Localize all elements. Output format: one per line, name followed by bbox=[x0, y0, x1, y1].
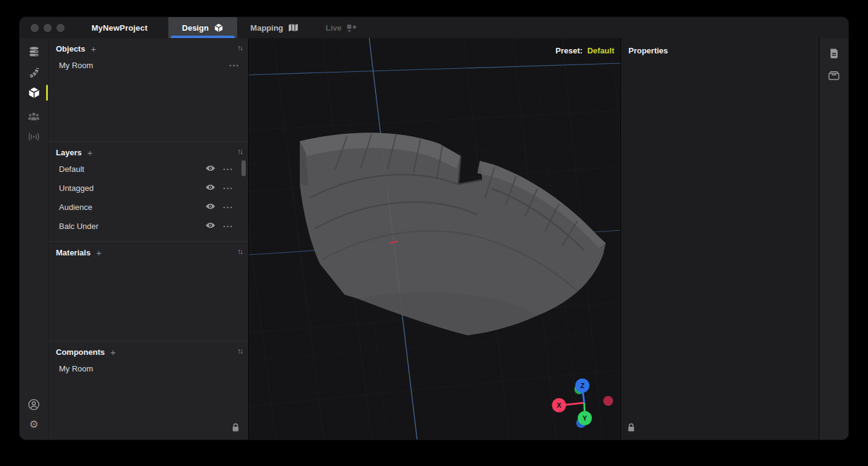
layer-row[interactable]: Untagged ··· bbox=[49, 179, 248, 198]
tab-bar: Design Mapping bbox=[168, 17, 370, 38]
curve-truss-icon[interactable] bbox=[20, 62, 48, 82]
materials-title: Materials bbox=[56, 248, 90, 257]
gizmo-y-label: Y bbox=[582, 414, 587, 422]
cube-icon[interactable] bbox=[20, 82, 48, 103]
materials-section: Materials + ↑↓ bbox=[49, 242, 248, 341]
tab-design[interactable]: Design bbox=[168, 17, 237, 38]
room-model[interactable] bbox=[300, 133, 606, 335]
gizmo-x-label: X bbox=[557, 402, 561, 409]
map-icon bbox=[288, 23, 299, 32]
add-material-button[interactable]: + bbox=[96, 248, 101, 257]
minimize-button[interactable] bbox=[44, 24, 52, 32]
tab-mapping-label: Mapping bbox=[251, 23, 283, 33]
materials-list bbox=[49, 258, 248, 260]
sort-components-icon[interactable]: ↑↓ bbox=[237, 347, 242, 355]
right-toolbar bbox=[819, 38, 848, 440]
objects-title: Objects bbox=[56, 44, 85, 53]
live-icon bbox=[346, 24, 357, 32]
more-options-icon[interactable]: ··· bbox=[223, 203, 233, 212]
layers-section: Layers + ↑↓ Default bbox=[49, 142, 248, 242]
visibility-eye-icon[interactable] bbox=[205, 222, 216, 231]
properties-panel: Properties bbox=[620, 38, 819, 440]
gizmo-z-label: Z bbox=[581, 382, 585, 389]
objects-list: My Room ··· bbox=[49, 55, 248, 75]
group-icon[interactable] bbox=[20, 106, 48, 126]
tab-design-label: Design bbox=[182, 23, 208, 33]
titlebar: MyNewProject Design Mapping bbox=[20, 17, 848, 38]
visibility-eye-icon[interactable] bbox=[205, 165, 216, 174]
lock-icon[interactable] bbox=[627, 423, 635, 435]
tab-live-label: Live bbox=[326, 23, 342, 33]
more-options-icon[interactable]: ··· bbox=[229, 61, 240, 70]
layers-scrollbar[interactable] bbox=[241, 160, 246, 176]
preset-value: Default bbox=[587, 46, 614, 55]
account-icon[interactable] bbox=[20, 394, 48, 414]
drawer-icon[interactable] bbox=[828, 71, 840, 83]
stack-icon[interactable] bbox=[20, 42, 48, 62]
traffic-lights bbox=[20, 17, 65, 38]
add-component-button[interactable]: + bbox=[110, 348, 115, 357]
preset-indicator[interactable]: Preset: Default bbox=[555, 46, 614, 55]
tab-mapping[interactable]: Mapping bbox=[237, 17, 312, 38]
add-object-button[interactable]: + bbox=[91, 44, 96, 53]
sort-layers-icon[interactable]: ↑↓ bbox=[237, 147, 242, 156]
more-options-icon[interactable]: ··· bbox=[223, 222, 233, 231]
document-icon[interactable] bbox=[829, 48, 839, 62]
objects-section: Objects + ↑↓ My Room ··· bbox=[49, 38, 248, 142]
components-title: Components bbox=[56, 348, 104, 357]
visibility-eye-icon[interactable] bbox=[205, 203, 216, 212]
components-section: Components + ↑↓ My Room bbox=[49, 341, 248, 440]
cube-icon bbox=[214, 23, 224, 33]
more-options-icon[interactable]: ··· bbox=[223, 184, 233, 193]
layer-row[interactable]: Default ··· bbox=[49, 160, 248, 179]
add-layer-button[interactable]: + bbox=[87, 148, 93, 157]
close-button[interactable] bbox=[31, 24, 39, 32]
settings-icon[interactable]: ⚙ bbox=[20, 414, 48, 435]
app-window: MyNewProject Design Mapping bbox=[20, 17, 848, 440]
orientation-gizmo[interactable]: X Z Y bbox=[552, 379, 614, 429]
zoom-button[interactable] bbox=[57, 24, 65, 32]
project-title: MyNewProject bbox=[65, 17, 147, 38]
lock-icon[interactable] bbox=[232, 423, 240, 435]
sort-materials-icon[interactable]: ↑↓ bbox=[237, 247, 242, 256]
visibility-eye-icon[interactable] bbox=[205, 184, 216, 193]
active-tool-indicator bbox=[46, 85, 48, 101]
3d-viewport[interactable]: X Z Y Preset: Default bbox=[248, 38, 620, 440]
object-row[interactable]: My Room ··· bbox=[49, 56, 248, 75]
component-row[interactable]: My Room bbox=[49, 359, 248, 378]
more-options-icon[interactable]: ··· bbox=[223, 165, 233, 174]
layers-title: Layers bbox=[56, 148, 82, 157]
sort-objects-icon[interactable]: ↑↓ bbox=[237, 44, 242, 52]
preset-label: Preset: bbox=[555, 46, 582, 55]
broadcast-icon[interactable] bbox=[20, 126, 48, 147]
axis-x-negative-handle[interactable] bbox=[603, 396, 613, 406]
layer-row[interactable]: Balc Under ··· bbox=[49, 217, 248, 236]
properties-title: Properties bbox=[621, 38, 819, 55]
left-toolbar: ⚙ bbox=[20, 38, 48, 440]
3d-scene: X Z Y bbox=[249, 38, 621, 440]
layers-list: Default ··· bbox=[49, 158, 248, 236]
scene-outline-panel: Objects + ↑↓ My Room ··· bbox=[48, 38, 248, 440]
components-list: My Room bbox=[49, 358, 248, 378]
tab-live[interactable]: Live bbox=[312, 17, 370, 38]
screen: MyNewProject Design Mapping bbox=[0, 0, 868, 466]
layer-row[interactable]: Audience ··· bbox=[49, 198, 248, 217]
main-content: ⚙ Objects + ↑↓ My Room bbox=[20, 38, 848, 440]
